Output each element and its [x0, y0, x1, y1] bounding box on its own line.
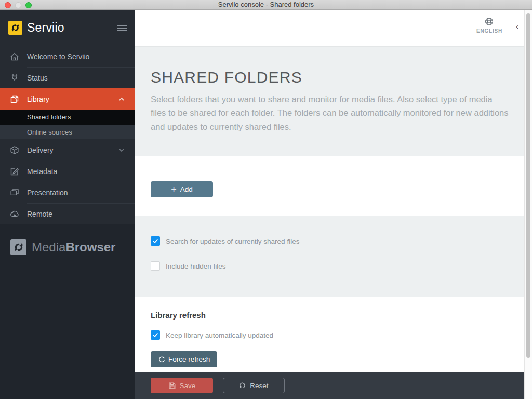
sidebar-item-label: Remote: [27, 210, 52, 218]
sidebar-item-welcome[interactable]: Welcome to Serviio: [0, 46, 135, 67]
mediabrowser-text-browser: Browser: [65, 240, 115, 254]
option-row-search-updates: Search for updates of currently shared f…: [151, 236, 299, 246]
save-button-label: Save: [180, 382, 196, 390]
chevron-up-icon: [117, 95, 126, 103]
scrollbar-thumb[interactable]: [526, 13, 530, 358]
reset-button-label: Reset: [250, 382, 268, 390]
sidebar-subitem-online-sources[interactable]: Online sources: [0, 125, 135, 139]
sidebar: Serviio Welcome to Serviio Status: [0, 10, 135, 399]
sidebar-item-label: Delivery: [27, 146, 54, 154]
sidebar-subitem-shared-folders[interactable]: Shared folders: [0, 110, 135, 125]
sidebar-item-presentation[interactable]: Presentation: [0, 182, 135, 203]
mediabrowser-text-media: Media: [32, 240, 65, 254]
sidebar-item-label: Status: [27, 74, 48, 82]
add-folder-button[interactable]: + Add: [151, 181, 213, 197]
sidebar-subitem-label: Online sources: [27, 128, 72, 136]
save-button[interactable]: Save: [151, 378, 213, 393]
page-title: SHARED FOLDERS: [151, 70, 509, 85]
sidebar-item-remote[interactable]: Remote: [0, 203, 135, 224]
mediabrowser-mark-icon: [10, 239, 26, 255]
sync-arrows-icon: [10, 22, 21, 33]
sidebar-item-label: Welcome to Serviio: [27, 52, 89, 61]
minimize-window-button[interactable]: [15, 2, 21, 8]
serviio-logo: [8, 21, 22, 35]
force-refresh-label: Force refresh: [168, 355, 210, 363]
home-icon: [9, 51, 20, 62]
sidebar-item-label: Library: [27, 95, 49, 103]
library-refresh-section: Library refresh Keep library automatical…: [135, 297, 524, 372]
option-row-hidden-files: Include hidden files: [151, 261, 226, 271]
page-description: Select folders that you want to share an…: [151, 92, 509, 134]
save-floppy-icon: [168, 382, 176, 390]
divider: [27, 161, 135, 161]
content-topbar: ENGLISH ‹: [135, 10, 524, 47]
sidebar-header: Serviio: [0, 10, 135, 46]
divider: [27, 182, 135, 182]
mediabrowser-wordmark: MediaBrowser: [32, 240, 115, 255]
sidebar-item-delivery[interactable]: Delivery: [0, 139, 135, 161]
checkbox-label: Search for updates of currently shared f…: [166, 237, 299, 245]
language-label: ENGLISH: [476, 28, 502, 34]
delivery-icon: [9, 145, 20, 155]
library-icon: [9, 94, 20, 104]
include-hidden-files-checkbox[interactable]: [151, 261, 160, 271]
sidebar-item-library[interactable]: Library: [0, 88, 135, 110]
traffic-lights: [5, 2, 32, 8]
zoom-window-button[interactable]: [25, 2, 32, 8]
globe-icon: [484, 17, 494, 26]
presentation-icon: [9, 188, 20, 198]
sidebar-subitem-label: Shared folders: [27, 113, 71, 121]
app-window: Serviio Welcome to Serviio Status: [0, 10, 532, 399]
menu-toggle-icon[interactable]: [117, 23, 127, 33]
divider: [27, 67, 135, 68]
library-refresh-heading: Library refresh: [151, 311, 206, 320]
refresh-icon: [158, 356, 165, 363]
topbar-divider: [508, 16, 508, 42]
mediabrowser-logo: MediaBrowser: [10, 239, 125, 255]
keep-library-updated-checkbox[interactable]: [151, 330, 160, 340]
checkbox-label: Keep library automatically updated: [166, 331, 273, 339]
folders-section: + Add: [135, 156, 524, 216]
collapse-caret-icon: ‹: [516, 22, 518, 30]
reset-arrow-icon: [239, 382, 246, 389]
collapse-bar-icon: [520, 22, 520, 30]
chevron-down-icon: [117, 146, 126, 154]
sidebar-item-label: Presentation: [27, 189, 68, 197]
option-row-auto-update: Keep library automatically updated: [151, 330, 273, 340]
brand-name: Serviio: [27, 21, 64, 35]
search-updates-checkbox[interactable]: [151, 236, 160, 246]
window-title: Serviio console - Shared folders: [0, 0, 532, 9]
close-window-button[interactable]: [5, 2, 11, 8]
sidebar-item-status[interactable]: Status: [0, 67, 135, 88]
add-button-label: Add: [180, 185, 193, 193]
sidebar-menu: Welcome to Serviio Status Library: [0, 46, 135, 224]
sidebar-footer: MediaBrowser: [0, 224, 135, 399]
plug-icon: [9, 73, 20, 83]
checkmark-icon: [152, 238, 158, 244]
update-options-section: Search for updates of currently shared f…: [135, 216, 524, 297]
sidebar-item-label: Metadata: [27, 167, 57, 176]
divider: [27, 203, 135, 204]
force-refresh-button[interactable]: Force refresh: [151, 351, 217, 367]
remote-cloud-icon: [9, 209, 20, 219]
content-area: ENGLISH ‹ SHARED FOLDERS Select folders …: [135, 10, 532, 399]
sidebar-item-metadata[interactable]: Metadata: [0, 161, 135, 182]
page-header-section: SHARED FOLDERS Select folders that you w…: [135, 47, 524, 156]
language-selector[interactable]: ENGLISH: [476, 17, 502, 34]
collapse-panel-button[interactable]: ‹: [516, 22, 520, 30]
plus-icon: +: [171, 185, 177, 194]
checkbox-label: Include hidden files: [166, 262, 226, 270]
scrollbar-track[interactable]: [524, 10, 532, 399]
checkmark-icon: [152, 332, 158, 338]
reset-button[interactable]: Reset: [223, 378, 285, 393]
window-titlebar: Serviio console - Shared folders: [0, 0, 532, 10]
action-bar: Save Reset: [135, 372, 524, 399]
metadata-icon: [9, 166, 20, 177]
